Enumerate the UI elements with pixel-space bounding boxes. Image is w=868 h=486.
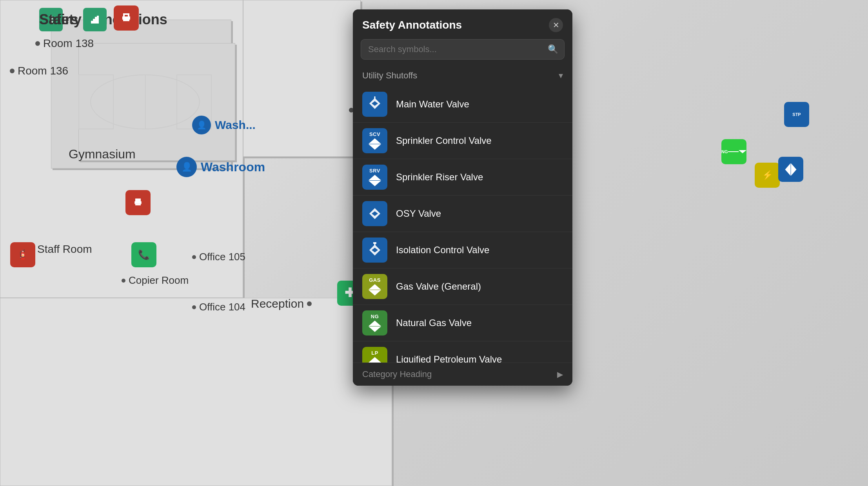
washroom1-label: 👤 Wash... [192, 116, 256, 134]
lp-icon: LP [362, 347, 387, 363]
osy-name: OSY Valve [396, 208, 441, 219]
fire-ext-icon[interactable]: 🧯 [10, 242, 35, 267]
items-list: Main Water Valve SCV Sprinkler Control V… [353, 86, 572, 363]
room136-label: Room 136 [10, 65, 68, 77]
copierroom-dot [122, 279, 125, 283]
washroom1-icon: 👤 [192, 116, 211, 134]
gymnasium-text: Gymnasium [69, 147, 136, 161]
office104-text: Office 104 [199, 301, 245, 313]
srv-valve-shape [369, 175, 381, 186]
washroom2-icon: 👤 [176, 157, 197, 177]
list-item-osy[interactable]: OSY Valve [353, 196, 572, 232]
copierroom-text: Copier Room [129, 274, 189, 287]
staffroom-label: Staff Room [29, 243, 92, 256]
gymnasium-label: Gymnasium [69, 147, 136, 161]
office104-label: Office 104 [192, 301, 245, 313]
room138-dot [35, 41, 40, 46]
reception-label: Reception [251, 297, 312, 310]
category-label: Utility Shutoffs [362, 71, 417, 81]
room136-dot [10, 69, 15, 73]
floor-block-right1 [243, 0, 361, 157]
search-wrapper: 🔍 [361, 39, 565, 60]
ng-abbr: NG [371, 314, 379, 319]
stairs-label: Stairs [39, 11, 78, 28]
ng-name: Natural Gas Valve [396, 317, 472, 328]
office104-dot [192, 305, 196, 309]
category-chevron: ▾ [559, 71, 563, 81]
svg-rect-1 [135, 204, 141, 206]
washroom2-text: Washroom [201, 160, 265, 174]
court-box-left [78, 74, 114, 129]
fire-alarm-icon-1[interactable] [114, 5, 139, 31]
stairs-label-actual: Stairs [39, 8, 107, 31]
close-button[interactable]: ✕ [549, 18, 563, 32]
reception-dot [307, 301, 312, 306]
gas-icon: GAS [362, 274, 387, 299]
gas-name: Gas Valve (General) [396, 281, 481, 292]
svg-rect-10 [373, 242, 376, 244]
scv-abbr: SCV [369, 132, 380, 137]
office105-text: Office 105 [199, 251, 245, 263]
ng-valve-shape [369, 321, 381, 332]
list-item-scv[interactable]: SCV Sprinkler Control Valve [353, 123, 572, 159]
search-input[interactable] [361, 39, 565, 60]
scv-icon: SCV [362, 128, 387, 153]
srv-icon: SRV [362, 165, 387, 190]
stp-icon[interactable]: STP [784, 102, 809, 127]
lp-name: Liquified Petroleum Valve [396, 354, 502, 363]
scv-name: Sprinkler Control Valve [396, 135, 492, 146]
category-heading-label: Category Heading [362, 369, 432, 379]
copierroom-label: Copier Room [122, 274, 189, 287]
icv-icon [362, 238, 387, 263]
list-item-ng[interactable]: NG Natural Gas Valve [353, 305, 572, 341]
ng-map-icon[interactable]: NG [721, 139, 746, 164]
osy-icon [362, 201, 387, 226]
room136-text: Room 136 [18, 65, 68, 77]
list-item-icv[interactable]: Isolation Control Valve [353, 232, 572, 268]
room138-label: Room 138 [35, 37, 94, 50]
gas-abbr: GAS [369, 277, 381, 283]
office105-dot [192, 255, 196, 259]
fire-alarm-icon-2[interactable] [125, 190, 151, 215]
stairs-icon-box [83, 8, 107, 31]
reception-text: Reception [251, 297, 304, 310]
search-container: 🔍 [353, 39, 572, 65]
ng-icon: NG [362, 310, 387, 335]
washroom2-label: 👤 Washroom [176, 157, 265, 177]
list-item-gas[interactable]: GAS Gas Valve (General) [353, 268, 572, 305]
lp-valve-shape [369, 357, 381, 363]
office105-label: Office 105 [192, 251, 245, 263]
panel-title: Safety Annotations [362, 19, 462, 31]
main-water-valve-icon [362, 92, 387, 117]
srv-abbr: SRV [369, 168, 380, 174]
list-item-lp[interactable]: LP Liquified Petroleum Valve [353, 341, 572, 363]
lp-abbr: LP [371, 350, 378, 356]
svg-rect-0 [123, 20, 129, 21]
phone-icon[interactable]: 📞 [131, 242, 156, 267]
category-heading-arrow: ▶ [557, 370, 563, 379]
category-row[interactable]: Utility Shutoffs ▾ [353, 65, 572, 86]
room138-text: Room 138 [43, 37, 94, 50]
icv-name: Isolation Control Valve [396, 245, 489, 256]
panel-header: Safety Annotations ✕ [353, 9, 572, 39]
floor-block-bottom [0, 298, 392, 486]
list-item-srv[interactable]: SRV Sprinkler Riser Valve [353, 159, 572, 196]
list-item-main-water-valve[interactable]: Main Water Valve [353, 86, 572, 123]
main-water-valve-name: Main Water Valve [396, 99, 469, 110]
category-heading-row[interactable]: Category Heading ▶ [353, 363, 572, 386]
staffroom-text: Staff Room [37, 243, 92, 256]
srv-name: Sprinkler Riser Valve [396, 172, 483, 183]
washroom1-text: Wash... [215, 118, 256, 132]
search-icon: 🔍 [548, 44, 558, 54]
scv-valve-shape [369, 138, 381, 150]
safety-annotations-panel: Safety Annotations ✕ 🔍 Utility Shutoffs … [353, 9, 572, 386]
water-map-icon[interactable] [778, 157, 803, 182]
elec-map-icon[interactable]: ⚡ [755, 163, 780, 188]
gas-valve-shape [369, 284, 381, 296]
